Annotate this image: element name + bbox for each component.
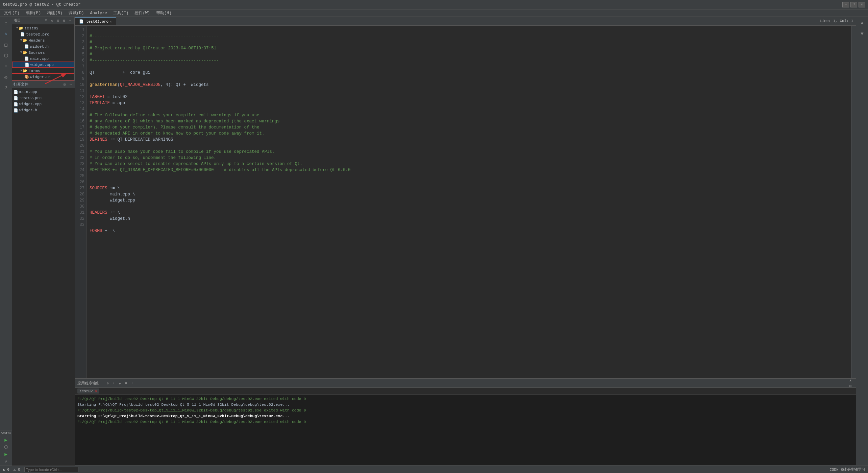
locate-input[interactable] — [24, 467, 78, 472]
line-num: 15 — [75, 112, 84, 118]
line-num: 25 — [75, 173, 84, 179]
right-scrollbar[interactable] — [851, 26, 856, 378]
cpp-icon: 📄 — [14, 90, 18, 94]
left-icon-bar: ⌂ ✎ ◫ ⬡ ≡ ◎ ? — [0, 17, 12, 473]
tree-arrow: ▼ — [16, 26, 18, 30]
titlebar: test02.pro @ test02 - Qt Creator — □ ✕ — [0, 0, 868, 9]
tree-item-widget-h[interactable]: 📄 widget.h — [12, 43, 74, 49]
open-files-collapse-icon[interactable]: ⊟ — [62, 82, 67, 87]
run-button-main[interactable]: ▶ — [4, 437, 7, 443]
line-num: 18 — [75, 131, 84, 137]
tab-test02pro[interactable]: 📄 test02.pro ✕ — [75, 17, 116, 25]
tree-item-main-cpp[interactable]: 📄 main.cpp — [12, 55, 74, 62]
tree-item-forms[interactable]: ▼ 📂 Forms — [12, 68, 74, 74]
close-run-badge[interactable]: ✕ — [95, 389, 97, 393]
code-editor[interactable]: 1 2 3 4 5 6 7 8 9 10 11 12 13 14 — [75, 26, 851, 378]
tree-item-widget-cpp[interactable]: 📄 widget.cpp — [12, 62, 74, 68]
menu-help[interactable]: 帮助(H) — [153, 9, 174, 17]
open-file-label4: widget.h — [19, 108, 37, 112]
project-panel: 项目 ▼ ↻ ⊟ ⊞ → ▼ 📁 test02 — [12, 17, 75, 80]
line-numbers: 1 2 3 4 5 6 7 8 9 10 11 12 13 14 — [75, 26, 87, 378]
menu-build[interactable]: 构建(B) — [44, 9, 65, 17]
tree-item-test02pro[interactable]: 📄 test02.pro — [12, 31, 74, 37]
run-button-2[interactable]: ▶ — [4, 451, 7, 457]
open-files-title: 打开文件 — [14, 82, 28, 87]
collapse-icon[interactable]: ⊟ — [55, 18, 61, 23]
output-line-7: F:/Qt/QT_Proj/build-test02-Desktop_Qt_5_… — [77, 419, 853, 425]
open-files-list: 📄 main.cpp 📄 test02.pro 📄 widget.cpp 📄 w… — [12, 88, 75, 114]
tree-label-widget-h: widget.h — [30, 44, 49, 49]
code-content[interactable]: #---------------------------------------… — [87, 26, 851, 378]
close-button[interactable]: ✕ — [859, 2, 865, 7]
debug-icon-side[interactable]: ⬡ — [1, 51, 11, 60]
line-num: 29 — [75, 197, 84, 204]
bottom-left-run-bar: test02 ▶ ⬡ ▶ ⚡ — [0, 430, 12, 466]
headers-folder-icon: 📂 — [23, 38, 27, 43]
expand-icon[interactable]: ⊞ — [61, 18, 67, 23]
open-file-main-cpp[interactable]: 📄 main.cpp — [12, 89, 75, 95]
tab-close-button[interactable]: ✕ — [110, 20, 112, 24]
menu-tools[interactable]: 工具(T) — [110, 9, 131, 17]
statusbar: ▲ 0 ⚠ 0 CSDN @硅基生物学习 — [0, 466, 868, 473]
tree-item-widget-ui[interactable]: 🎨 widget.ui — [12, 74, 74, 80]
editor-statusbar: Line: 1, Col: 1 — [117, 17, 856, 25]
run-icon[interactable]: ▶ — [117, 381, 123, 386]
project-icon-side[interactable]: ≡ — [1, 62, 11, 71]
welcome-icon[interactable]: ⌂ — [1, 18, 11, 28]
run-button-3[interactable]: ⚡ — [4, 458, 7, 464]
design-icon[interactable]: ◫ — [1, 40, 11, 49]
remove-output-icon[interactable]: − — [135, 381, 141, 386]
open-files-toolbar: 打开文件 ⊟ → — [12, 81, 75, 88]
help-icon-side[interactable]: ? — [1, 83, 11, 93]
add-output-icon[interactable]: + — [129, 381, 135, 386]
sync-icon[interactable]: ↻ — [49, 18, 55, 23]
line-num: 3 — [75, 39, 84, 45]
scroll-output-icon[interactable]: ↓ — [111, 381, 117, 386]
line-num: 28 — [75, 191, 84, 197]
edit-icon[interactable]: ✎ — [1, 29, 11, 39]
line-num: 13 — [75, 100, 84, 106]
center-column: 📄 test02.pro ✕ Line: 1, Col: 1 1 2 3 4 5 — [75, 17, 856, 473]
minimize-button[interactable]: — — [842, 2, 849, 7]
menu-widgets[interactable]: 控件(W) — [132, 9, 153, 17]
tab-label: test02.pro — [86, 20, 108, 24]
open-files-panel: 打开文件 ⊟ → 📄 main.cpp 📄 test02.pro — [12, 80, 75, 114]
close-panel-icon[interactable]: → — [68, 18, 73, 23]
debug-run-button[interactable]: ⬡ — [4, 444, 8, 450]
cursor-position: Line: 1, Col: 1 — [820, 19, 853, 23]
right-icon-1[interactable]: ▲ — [858, 18, 867, 28]
open-file-widget-cpp[interactable]: 📄 widget.cpp — [12, 101, 75, 107]
project-toolbar: 项目 ▼ ↻ ⊟ ⊞ → — [12, 17, 74, 24]
open-file-widget-h[interactable]: 📄 widget.h — [12, 107, 75, 113]
stop-icon[interactable]: ■ — [123, 381, 129, 386]
tree-arrow: ▼ — [20, 69, 22, 72]
main-row: ⌂ ✎ ◫ ⬡ ≡ ◎ ? 项目 ▼ ↻ ⊟ ⊞ → — [0, 17, 868, 473]
menu-analyze[interactable]: Analyze — [87, 10, 109, 16]
tree-label-test02pro: test02.pro — [26, 32, 49, 37]
right-icon-bar: ▲ ▼ — [856, 17, 868, 473]
right-icon-2[interactable]: ▼ — [858, 29, 867, 39]
analyze-icon-side[interactable]: ◎ — [1, 72, 11, 82]
tab-file-icon: 📄 — [79, 19, 84, 24]
tree-item-headers[interactable]: ▼ 📂 Headers — [12, 37, 74, 43]
pro-file-icon: 📄 — [20, 32, 25, 37]
line-num: 11 — [75, 88, 84, 94]
line-num: 12 — [75, 94, 84, 100]
cpp-file-icon2: 📄 — [25, 63, 29, 67]
filter-icon[interactable]: ▼ — [43, 18, 49, 23]
maximize-button[interactable]: □ — [850, 2, 857, 7]
tree-item-test02[interactable]: ▼ 📁 test02 — [12, 25, 74, 31]
menu-file[interactable]: 文件(F) — [1, 9, 22, 17]
bottom-toolbar-label: 应用程序输出 — [77, 381, 100, 386]
tree-arrow: ▼ — [20, 39, 22, 42]
tree-label-widget-cpp: widget.cpp — [30, 63, 54, 67]
menu-debug[interactable]: 调试(D) — [66, 9, 87, 17]
menu-edit[interactable]: 编辑(E) — [23, 9, 44, 17]
open-files-close-icon[interactable]: → — [68, 82, 73, 87]
csdn-label: CSDN @硅基生物学习 — [829, 467, 865, 472]
tree-item-sources[interactable]: ▼ 📂 Sources — [12, 49, 74, 55]
collapse-bottom-icon[interactable]: ▲ — [848, 378, 853, 383]
clear-output-icon[interactable]: ⊙ — [105, 381, 110, 386]
bottom-toolbar-icons: ⊙ ↓ ▶ ■ + − — [105, 381, 141, 386]
open-file-test02pro[interactable]: 📄 test02.pro — [12, 95, 75, 101]
